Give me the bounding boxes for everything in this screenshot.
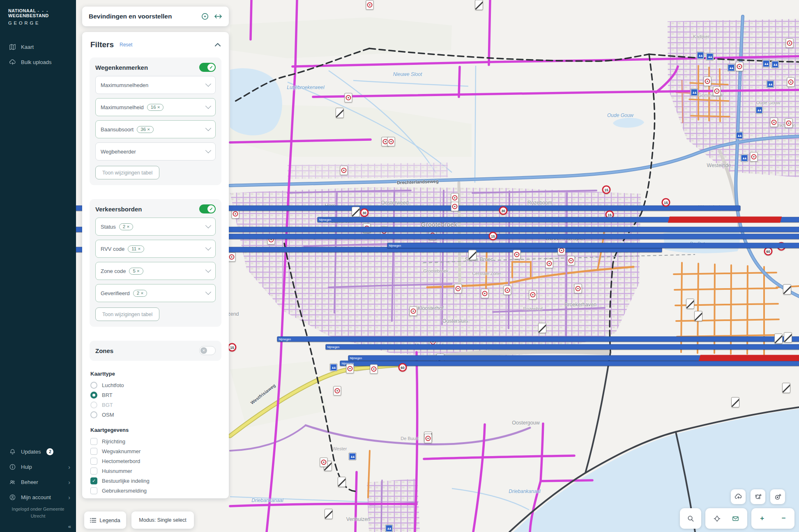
filter-count-pill[interactable]: 2 ×: [133, 290, 147, 297]
no-entry-sign-marker[interactable]: [736, 62, 744, 71]
sidebar-collapse-button[interactable]: «: [68, 523, 71, 530]
road-name-tag[interactable]: Nijmegen: [340, 361, 799, 366]
zoom-out-button[interactable]: −: [773, 508, 795, 529]
dropdown-status[interactable]: Status2 ×: [95, 218, 216, 236]
no-entry-sign-marker[interactable]: [320, 458, 328, 467]
checkbox-wegvaknummer[interactable]: [90, 448, 97, 455]
end-zone-sign-marker[interactable]: [538, 323, 546, 333]
pedestrian-zone-sign-marker[interactable]: [736, 132, 743, 139]
filters-reset-link[interactable]: Reset: [120, 42, 132, 48]
resize-horizontal-icon[interactable]: [214, 12, 222, 21]
legenda-button[interactable]: Legenda: [84, 511, 126, 529]
radio-osm[interactable]: [90, 411, 97, 418]
no-entry-sign-marker[interactable]: [770, 118, 778, 127]
speed-limit-sign-marker[interactable]: 15: [228, 343, 237, 352]
end-zone-sign-marker[interactable]: [325, 509, 333, 519]
filter-count-pill[interactable]: 2 ×: [119, 223, 133, 230]
filter-count-pill[interactable]: 36 ×: [137, 126, 154, 133]
road-name-tag[interactable]: Nijmegen: [277, 337, 799, 342]
filters-collapse-chevron-icon[interactable]: [215, 43, 221, 47]
pedestrian-zone-sign-marker[interactable]: [691, 89, 698, 96]
pedestrian-zone-sign-marker[interactable]: [330, 364, 337, 371]
end-zone-sign-marker[interactable]: [782, 383, 790, 393]
verkeersborden-toggle[interactable]: ✓: [199, 204, 216, 213]
download-layers-button[interactable]: [731, 489, 746, 504]
road-name-tag[interactable]: Nijmegen: [326, 344, 799, 350]
no-entry-sign-marker[interactable]: [704, 77, 712, 86]
no-entry-sign-marker[interactable]: [574, 284, 582, 294]
kaarttype-option-osm[interactable]: OSM: [90, 410, 221, 420]
checkbox-rijrichting[interactable]: [90, 438, 97, 445]
kaarttype-option-bgt[interactable]: BGT: [90, 400, 221, 410]
end-zone-sign-marker[interactable]: [338, 477, 346, 487]
radio-luchtfoto[interactable]: [90, 382, 97, 389]
end-zone-sign-marker[interactable]: [686, 299, 694, 309]
zones-toggle[interactable]: ✕: [199, 346, 216, 355]
kaarttype-option-brt[interactable]: BRT: [90, 390, 221, 400]
end-zone-sign-marker[interactable]: [475, 0, 483, 10]
kaarttype-option-luchtfoto[interactable]: Luchtfoto: [90, 380, 221, 390]
pedestrian-zone-sign-marker[interactable]: [386, 525, 393, 532]
no-entry-sign-marker[interactable]: [346, 364, 354, 374]
kaartgegevens-option-hectometerbord[interactable]: Hectometerbord: [90, 456, 221, 466]
speed-limit-sign-marker[interactable]: 15: [489, 232, 497, 241]
speed-limit-sign-marker[interactable]: 60: [398, 363, 407, 372]
dropdown-maximumsnelheden[interactable]: Maximumsnelheden: [95, 76, 216, 94]
pedestrian-zone-sign-marker[interactable]: [697, 52, 704, 59]
no-entry-sign-marker[interactable]: [451, 202, 459, 211]
radio-brt[interactable]: [90, 392, 97, 399]
pedestrian-zone-sign-marker[interactable]: [772, 61, 779, 68]
dropdown-rvv-code[interactable]: RVV code11 ×: [95, 240, 216, 258]
locate-icon[interactable]: [713, 515, 721, 523]
no-entry-sign-marker[interactable]: [785, 119, 793, 128]
end-zone-sign-marker[interactable]: [352, 207, 360, 217]
mail-icon[interactable]: [732, 515, 739, 523]
wegkenmerken-toggle[interactable]: ✓: [199, 63, 216, 72]
speed-limit-sign-marker[interactable]: 30: [499, 206, 508, 215]
speed-limit-sign-marker[interactable]: 15: [602, 186, 611, 194]
filter-count-pill[interactable]: 5 ×: [129, 268, 143, 275]
kaartgegevens-option-wegvaknummer[interactable]: Wegvaknummer: [90, 446, 221, 456]
dropdown-geverifieerd[interactable]: Geverifieerd2 ×: [95, 284, 216, 302]
kaartgegevens-option-huisnummer[interactable]: Huisnummer: [90, 466, 221, 476]
speed-limit-sign-marker[interactable]: 15: [662, 198, 670, 207]
sidebar-item-bulk-uploads[interactable]: Bulk uploads: [0, 55, 76, 70]
select-area-button[interactable]: [770, 489, 785, 504]
zoom-in-button[interactable]: +: [751, 508, 773, 529]
speed-limit-sign-marker[interactable]: 60: [764, 247, 773, 256]
sidebar-item-updates[interactable]: Updates2: [0, 444, 76, 459]
pedestrian-zone-sign-marker[interactable]: [728, 64, 735, 71]
sidebar-item-beheer[interactable]: Beheer›: [0, 475, 76, 490]
end-zone-sign-marker[interactable]: [774, 334, 783, 344]
no-entry-sign-marker[interactable]: [387, 137, 395, 147]
end-zone-sign-marker[interactable]: [336, 108, 344, 118]
checkbox-hectometerbord[interactable]: [90, 458, 97, 465]
sidebar-item-mijn-account[interactable]: Mijn account›: [0, 490, 76, 505]
no-entry-sign-marker[interactable]: [424, 434, 432, 443]
no-entry-sign-marker[interactable]: [410, 307, 417, 316]
end-zone-sign-marker[interactable]: [468, 250, 477, 260]
no-entry-sign-marker[interactable]: [228, 252, 236, 262]
no-entry-sign-marker[interactable]: [750, 152, 758, 162]
checkbox-bestuurlijke-indeling[interactable]: [90, 477, 97, 484]
no-entry-sign-marker[interactable]: [451, 193, 459, 203]
kaartgegevens-option-gebruikersmelding[interactable]: Gebruikersmelding: [90, 486, 221, 495]
no-entry-sign-marker[interactable]: [481, 289, 489, 298]
no-entry-sign-marker[interactable]: [787, 78, 795, 87]
no-entry-sign-marker[interactable]: [334, 386, 341, 396]
sidebar-item-kaart[interactable]: Kaart: [0, 39, 76, 55]
filter-count-pill[interactable]: 16 ×: [147, 104, 164, 111]
end-zone-sign-marker[interactable]: [731, 397, 739, 408]
no-entry-sign-marker[interactable]: [546, 259, 553, 268]
road-name-tag[interactable]: Nijmegen: [318, 217, 799, 222]
pedestrian-zone-sign-marker[interactable]: [767, 81, 774, 88]
wegkenmerken-show-changes-button[interactable]: Toon wijzigingen tabel: [95, 166, 159, 179]
kaartgegevens-option-rijrichting[interactable]: Rijrichting: [90, 436, 221, 446]
pedestrian-zone-sign-marker[interactable]: [707, 53, 714, 60]
no-entry-sign-marker[interactable]: [529, 290, 537, 300]
dropdown-baansubsoort[interactable]: Baansubsoort36 ×: [95, 120, 216, 138]
pedestrian-zone-sign-marker[interactable]: [756, 107, 763, 114]
no-entry-sign-marker[interactable]: [454, 284, 462, 294]
no-entry-sign-marker[interactable]: [713, 87, 721, 96]
checkbox-gebruikersmelding[interactable]: [90, 487, 97, 494]
